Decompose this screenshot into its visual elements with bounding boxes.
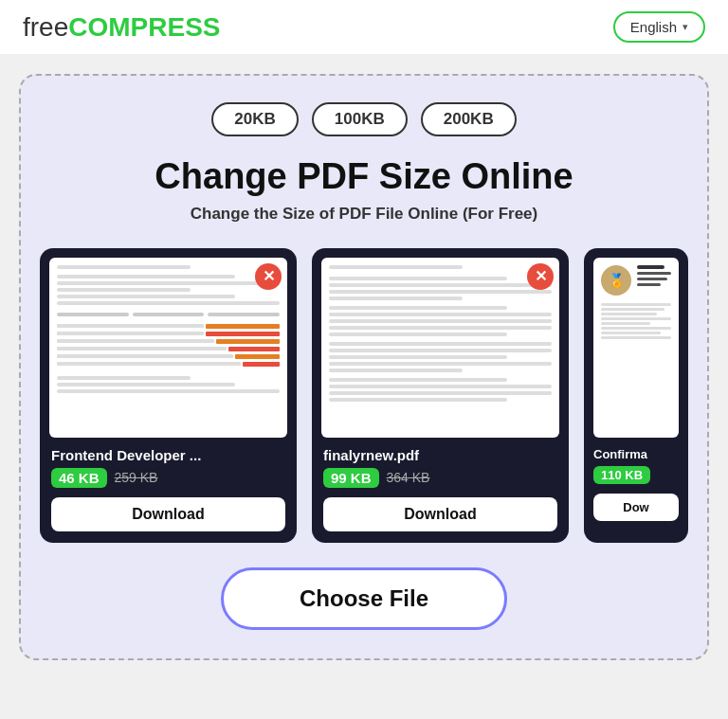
card-3-info: Confirma 110 KB Dow	[584, 438, 688, 532]
cards-container: ✕	[40, 248, 688, 543]
file-card-2: ✕	[312, 248, 569, 543]
language-label: English	[630, 19, 677, 35]
file-card-1: ✕	[40, 248, 297, 543]
card-2-filename: finalyrnew.pdf	[323, 447, 557, 463]
choose-file-section: Choose File	[40, 567, 688, 630]
card-1-size-new: 46 KB	[51, 468, 107, 488]
pdf-preview-2	[321, 258, 559, 412]
page-subtitle: Change the Size of PDF File Online (For …	[40, 205, 688, 224]
download-button-1[interactable]: Download	[51, 497, 285, 531]
badge-200kb[interactable]: 200KB	[421, 102, 517, 136]
card-3-size-new: 110 KB	[593, 466, 650, 484]
logo-free: free	[23, 12, 68, 42]
card-1-size-old: 259 KB	[115, 470, 158, 485]
card-1-filename: Frontend Developer ...	[51, 447, 285, 463]
badge-100kb[interactable]: 100KB	[312, 102, 408, 136]
download-button-2[interactable]: Download	[323, 497, 557, 531]
pdf-preview-1	[49, 258, 287, 404]
dashed-container: 20KB 100KB 200KB Change PDF Size Online …	[19, 74, 709, 660]
card-2-info: finalyrnew.pdf 99 KB 364 KB Download	[312, 438, 569, 543]
close-button-1[interactable]: ✕	[255, 263, 282, 290]
choose-file-button[interactable]: Choose File	[221, 567, 507, 630]
page-title: Change PDF Size Online	[40, 157, 688, 197]
card-3-preview: 🏅	[593, 258, 679, 438]
badge-20kb[interactable]: 20KB	[211, 102, 298, 136]
pdf-preview-3: 🏅	[593, 258, 679, 303]
main-content: 20KB 100KB 200KB Change PDF Size Online …	[0, 55, 728, 679]
card-1-info: Frontend Developer ... 46 KB 259 KB Down…	[40, 438, 297, 543]
close-button-2[interactable]: ✕	[527, 263, 554, 290]
card-1-sizes: 46 KB 259 KB	[51, 468, 285, 488]
card-2-size-old: 364 KB	[387, 470, 430, 485]
file-card-3: 🏅	[584, 248, 688, 543]
logo-compress: COMPRESS	[68, 12, 220, 42]
language-selector[interactable]: English ▾	[613, 11, 705, 43]
card-3-sizes: 110 KB	[593, 466, 679, 484]
card-2-sizes: 99 KB 364 KB	[323, 468, 557, 488]
card-3-filename: Confirma	[593, 447, 679, 461]
header: freeCOMPRESS English ▾	[0, 0, 728, 55]
card-2-preview: ✕	[321, 258, 559, 438]
download-button-3[interactable]: Dow	[593, 494, 679, 521]
logo: freeCOMPRESS	[23, 12, 221, 43]
card-1-preview: ✕	[49, 258, 287, 438]
card-2-size-new: 99 KB	[323, 468, 379, 488]
size-badges-row: 20KB 100KB 200KB	[40, 102, 688, 136]
seal-icon: 🏅	[601, 265, 631, 296]
chevron-down-icon: ▾	[682, 21, 688, 33]
